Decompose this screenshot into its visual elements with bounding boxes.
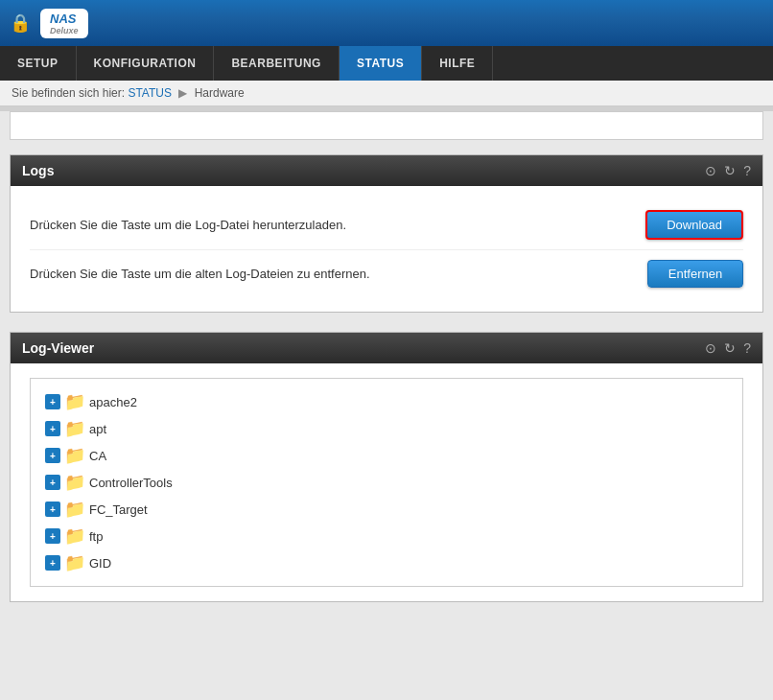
logs-panel: Logs ⊙ ↻ ? Drücken Sie die Taste um die … <box>10 154 763 313</box>
logviewer-panel-title: Log-Viewer <box>22 340 94 356</box>
logs-entfernen-row: Drücken Sie die Taste um die alten Log-D… <box>30 250 743 297</box>
folder-icon: 📁 <box>64 552 85 573</box>
logo-text-deluxe: Deluxe <box>50 26 79 35</box>
tree-item-label: GID <box>89 556 111 571</box>
logviewer-panel-header: Log-Viewer ⊙ ↻ ? <box>11 333 762 363</box>
logs-help-icon[interactable]: ? <box>743 163 751 178</box>
folder-icon: 📁 <box>64 418 85 439</box>
logs-refresh-icon[interactable]: ↻ <box>724 163 736 178</box>
nav-hilfe[interactable]: HILFE <box>422 46 493 81</box>
logviewer-spinner-icon[interactable]: ⊙ <box>705 340 716 356</box>
tree-item-label: apache2 <box>89 395 137 409</box>
logo-text-nas: NAS <box>50 12 79 26</box>
logs-download-text: Drücken Sie die Taste um die Log-Datei h… <box>30 218 346 232</box>
tree-item-label: ControllerTools <box>89 476 173 490</box>
folder-icon: 📁 <box>64 525 85 547</box>
nav-setup[interactable]: SETUP <box>0 46 77 81</box>
tree-expand-icon[interactable]: + <box>45 502 60 517</box>
tree-expand-icon[interactable]: + <box>45 421 60 436</box>
logviewer-help-icon[interactable]: ? <box>743 340 751 356</box>
tree-item[interactable]: +📁ControllerTools <box>45 469 728 496</box>
header: 🔒 NAS Deluxe <box>0 0 773 46</box>
folder-icon: 📁 <box>64 472 85 493</box>
download-button[interactable]: Download <box>645 210 743 240</box>
logs-panel-icons: ⊙ ↻ ? <box>705 163 751 178</box>
logviewer-panel: Log-Viewer ⊙ ↻ ? +📁apache2+📁apt+📁CA+📁Con… <box>10 332 763 602</box>
tree-expand-icon[interactable]: + <box>45 394 60 409</box>
logs-download-row: Drücken Sie die Taste um die Log-Datei h… <box>30 200 743 250</box>
breadcrumb-current: Hardware <box>195 86 245 100</box>
logs-entfernen-text: Drücken Sie die Taste um die alten Log-D… <box>30 267 370 281</box>
nav-status[interactable]: STATUS <box>340 46 422 81</box>
tree-item-label: apt <box>89 422 106 436</box>
tree-item-label: FC_Target <box>89 502 148 517</box>
logs-spinner-icon[interactable]: ⊙ <box>705 163 716 178</box>
tree-item[interactable]: +📁apt <box>45 415 728 442</box>
nav-bearbeitung[interactable]: BEARBEITUNG <box>214 46 340 81</box>
lock-icon: 🔒 <box>10 12 31 34</box>
folder-icon: 📁 <box>64 499 85 520</box>
logviewer-refresh-icon[interactable]: ↻ <box>724 340 736 356</box>
breadcrumb: Sie befinden sich hier: STATUS ▶ Hardwar… <box>0 81 773 106</box>
breadcrumb-link[interactable]: STATUS <box>128 86 172 100</box>
logviewer-panel-body: +📁apache2+📁apt+📁CA+📁ControllerTools+📁FC_… <box>11 363 762 601</box>
tree-item-label: CA <box>89 449 106 463</box>
tree-expand-icon[interactable]: + <box>45 555 60 571</box>
logs-panel-title: Logs <box>22 163 54 178</box>
entfernen-button[interactable]: Entfernen <box>647 260 743 288</box>
logo: NAS Deluxe <box>40 9 88 38</box>
nav-konfiguration[interactable]: KONFIGURATION <box>77 46 215 81</box>
tree-item[interactable]: +📁apache2 <box>45 388 728 415</box>
navigation: SETUP KONFIGURATION BEARBEITUNG STATUS H… <box>0 46 773 81</box>
tree-list: +📁apache2+📁apt+📁CA+📁ControllerTools+📁FC_… <box>45 388 728 576</box>
main-content: Logs ⊙ ↻ ? Drücken Sie die Taste um die … <box>0 111 773 700</box>
tree-item[interactable]: +📁ftp <box>45 523 728 549</box>
breadcrumb-separator: ▶ <box>178 86 187 100</box>
folder-icon: 📁 <box>64 445 85 466</box>
tree-expand-icon[interactable]: + <box>45 448 60 463</box>
tree-item[interactable]: +📁GID <box>45 549 728 576</box>
tree-item[interactable]: +📁CA <box>45 442 728 469</box>
top-area <box>10 111 763 140</box>
tree-expand-icon[interactable]: + <box>45 528 60 544</box>
folder-icon: 📁 <box>64 391 85 412</box>
tree-viewer: +📁apache2+📁apt+📁CA+📁ControllerTools+📁FC_… <box>30 378 743 587</box>
tree-item-label: ftp <box>89 529 103 544</box>
logviewer-panel-icons: ⊙ ↻ ? <box>705 340 751 356</box>
breadcrumb-prefix: Sie befinden sich hier: <box>12 86 125 100</box>
logs-panel-header: Logs ⊙ ↻ ? <box>11 155 762 186</box>
tree-item[interactable]: +📁FC_Target <box>45 496 728 523</box>
logs-panel-body: Drücken Sie die Taste um die Log-Datei h… <box>11 186 762 312</box>
tree-expand-icon[interactable]: + <box>45 475 60 490</box>
